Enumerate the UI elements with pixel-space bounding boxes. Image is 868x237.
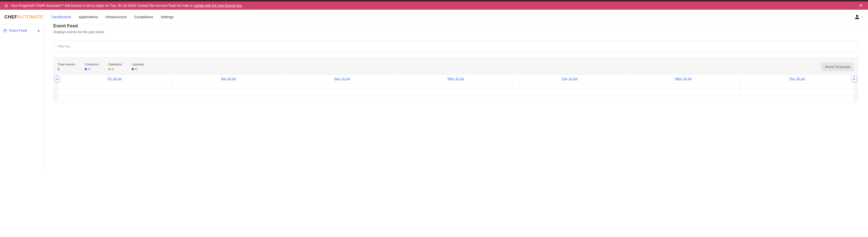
calendar-row [58,95,854,101]
calendar-header-row: Fri, 19 Jul Sat, 20 Jul Sun, 21 Jul Mon,… [58,75,854,83]
sidebar-item-label: Event Feed [9,29,38,32]
page-title: Event Feed [53,23,858,29]
timeline-scroll-left[interactable] [54,76,61,82]
stat-creations: Creations 0 [85,62,99,71]
user-menu[interactable] [854,14,864,20]
deletions-dot-icon [108,68,110,70]
license-expiry-banner: Your Progress® Chef® Automate™ trial lic… [0,1,868,10]
stat-label: Deletions [108,62,122,66]
top-nav: CHEFAUTOMATE Dashboards Applications Inf… [0,10,868,24]
timeline-scroll-right[interactable] [851,76,857,82]
updates-diamond-icon [131,68,134,70]
calendar-day-link[interactable]: Fri, 19 Jul [108,77,122,81]
primary-nav: Dashboards Applications Infrastructure C… [52,14,174,20]
calendar-row [58,83,854,89]
nav-compliance[interactable]: Compliance [134,14,153,20]
nav-applications[interactable]: Applications [79,14,98,20]
calendar-day-link[interactable]: Mon, 22 Jul [447,77,464,81]
calendar-row [58,89,854,95]
stat-value: 0 [88,67,90,71]
calendar-icon [3,29,7,32]
logo-chef: CHEF [4,14,18,20]
nav-infrastructure[interactable]: Infrastructure [105,14,127,20]
stat-value: 0 [58,67,60,71]
reset-timescale-button[interactable]: Reset Timescale [821,62,854,71]
stat-label: Total events [58,62,75,66]
event-calendar: Fri, 19 Jul Sat, 20 Jul Sun, 21 Jul Mon,… [58,75,854,101]
stat-total-events: Total events 0 [58,62,75,71]
sidebar: Event Feed ▶ [0,24,43,170]
banner-text: Your Progress® Chef® Automate™ trial lic… [11,4,858,7]
chevron-right-icon: ▶ [38,29,40,32]
nav-settings[interactable]: Settings [161,14,174,20]
banner-update-link[interactable]: update with the new license key. [194,4,242,7]
close-icon[interactable]: ✕ [858,3,864,8]
filter-input[interactable] [57,45,854,48]
calendar-day-link[interactable]: Tue, 23 Jul [562,77,578,81]
timeline-header: Total events 0 Creations 0 Deletions [53,62,858,75]
timeline-panel: Total events 0 Creations 0 Deletions [53,57,858,101]
calendar-day-link[interactable]: Wed, 24 Jul [675,77,691,81]
stat-updates: Updates 0 [132,62,144,71]
filter-box[interactable] [53,41,858,52]
banner-text-prefix: Your Progress® Chef® Automate™ trial lic… [11,4,194,7]
calendar-wrap: Fri, 19 Jul Sat, 20 Jul Sun, 21 Jul Mon,… [53,75,858,101]
logo-automate: AUTOMATE [18,14,43,20]
stat-value: 0 [135,67,137,71]
main-content: Event Feed Displays events for the past … [43,24,868,170]
stat-label: Updates [132,62,144,66]
calendar-day-link[interactable]: Thu, 25 Jul [789,77,805,81]
page-subtitle: Displays events for the past week. [53,30,858,34]
stat-value: 0 [112,67,114,71]
nav-dashboards[interactable]: Dashboards [52,14,71,20]
creations-dot-icon [85,68,87,70]
calendar-day-link[interactable]: Sat, 20 Jul [221,77,236,81]
stat-deletions: Deletions 0 [108,62,122,71]
chevron-down-icon [861,16,864,19]
person-icon [854,14,860,20]
drag-handle-icon [853,78,856,81]
drag-handle-icon [56,78,59,81]
calendar-body [58,83,854,101]
sidebar-item-event-feed[interactable]: Event Feed ▶ [0,28,43,33]
calendar-day-link[interactable]: Sun, 21 Jul [334,77,350,81]
event-stats: Total events 0 Creations 0 Deletions [58,62,144,71]
warning-icon [4,4,8,7]
stat-label: Creations [85,62,99,66]
brand-logo[interactable]: CHEFAUTOMATE [4,14,43,20]
